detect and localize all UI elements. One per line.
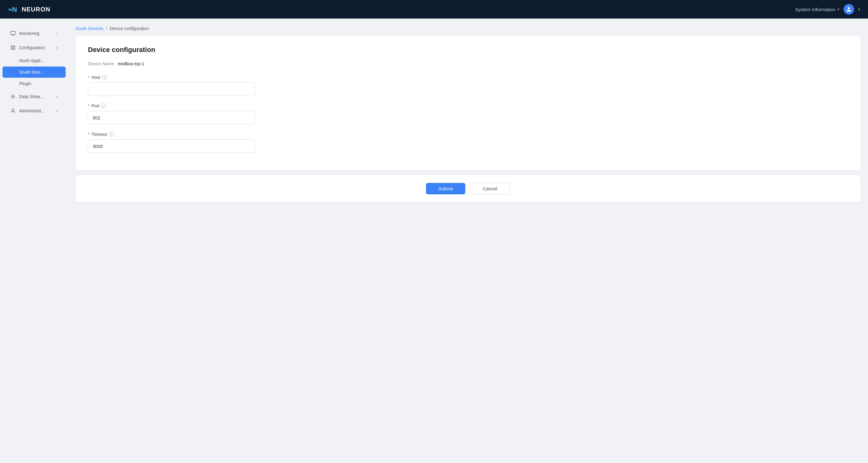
data-stream-chevron-icon: ∨ [56,95,58,99]
data-stream-label: Data Strea... [19,94,53,99]
svg-rect-6 [11,48,13,50]
north-appli-label: North Appli... [19,58,44,63]
breadcrumb-parent-link[interactable]: South Devices [75,26,103,31]
breadcrumb-current: Device configuration [110,26,149,31]
configuration-icon [10,44,16,51]
timeout-info-icon[interactable]: i [109,132,114,137]
sidebar-item-data-strea[interactable]: Data Strea... ∨ [2,90,66,103]
form-title: Device configuration [88,46,848,54]
timeout-required-star: * [88,132,90,137]
svg-rect-7 [13,48,15,50]
header-right: System Information ∨ ∨ [795,4,861,14]
svg-text:⌁N: ⌁N [8,6,17,13]
host-field-row: * Host i [88,75,848,96]
host-info-icon[interactable]: i [102,75,107,80]
plugin-label: Plugin [19,81,31,86]
sidebar-item-north-appli[interactable]: North Appli... [2,55,66,66]
user-icon [846,6,851,12]
timeout-label: * Timeout i [88,132,848,137]
logo-area: ⌁N NEURON [7,4,51,15]
avatar[interactable] [843,4,854,14]
svg-rect-5 [13,46,15,48]
host-label-text: Host [91,75,100,80]
configuration-label: Configuration [19,45,53,50]
svg-point-8 [12,96,14,97]
monitoring-icon [10,30,16,36]
host-required-star: * [88,75,90,80]
timeout-label-text: Timeout [91,132,107,137]
system-info-label: System Information [795,7,835,12]
sidebar-item-monitoring[interactable]: Monitoring ∨ [2,27,66,40]
app-body: Monitoring ∨ Configuration ∧ North Appli… [0,0,868,463]
device-name-row: Device Name modbus-tcp-1 [88,61,848,66]
sidebar-item-administrat[interactable]: Administrat... ∨ [2,104,66,118]
svg-rect-4 [11,46,13,48]
monitoring-label: Monitoring [19,31,53,36]
administration-label: Administrat... [19,108,53,113]
sidebar-item-configuration[interactable]: Configuration ∧ [2,41,66,55]
svg-point-9 [12,109,14,111]
action-bar: Submit Cancel [75,175,861,202]
port-label-text: Port [91,103,99,108]
timeout-field-row: * Timeout i [88,132,848,153]
configuration-chevron-icon: ∧ [56,46,58,50]
svg-rect-1 [11,31,16,35]
app-name: NEURON [22,6,51,13]
administration-chevron-icon: ∨ [56,109,58,113]
data-stream-icon [10,93,16,100]
port-field-row: * Port i [88,103,848,124]
sidebar-item-south-devi[interactable]: South Devi... [2,66,66,78]
app-header: ⌁N NEURON System Information ∨ ∨ [0,0,868,19]
system-info-chevron-icon: ∨ [837,7,840,11]
port-required-star: * [88,103,90,108]
neuron-logo-icon: ⌁N [7,4,19,15]
host-input[interactable] [88,82,255,96]
host-label: * Host i [88,75,848,80]
main-content: South Devices / Device configuration Dev… [68,19,868,463]
timeout-input[interactable] [88,139,255,153]
sidebar-item-plugin[interactable]: Plugin [2,78,66,89]
sidebar: Monitoring ∨ Configuration ∧ North Appli… [0,19,68,463]
administration-icon [10,108,16,114]
cancel-button[interactable]: Cancel [470,183,510,195]
device-name-label: Device Name [88,61,114,66]
port-label: * Port i [88,103,848,108]
port-input[interactable] [88,111,255,124]
breadcrumb-separator: / [106,26,107,31]
south-devi-label: South Devi... [19,70,44,74]
device-name-value: modbus-tcp-1 [118,61,144,66]
avatar-chevron-icon[interactable]: ∨ [858,7,861,11]
monitoring-chevron-icon: ∨ [56,32,58,36]
device-configuration-card: Device configuration Device Name modbus-… [75,36,861,170]
breadcrumb: South Devices / Device configuration [75,26,861,31]
submit-button[interactable]: Submit [426,183,465,194]
system-information-button[interactable]: System Information ∨ [795,7,840,12]
port-info-icon[interactable]: i [101,103,106,108]
